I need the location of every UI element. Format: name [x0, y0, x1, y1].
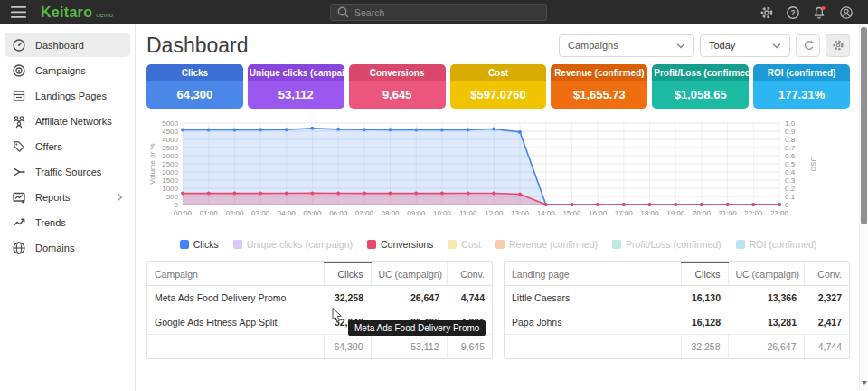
menu-icon[interactable]: [11, 6, 26, 18]
legend-item-profit-loss-confirmed[interactable]: Profit/Loss (confirmed): [612, 239, 722, 250]
sidebar-item-label: Affiliate Networks: [35, 116, 112, 127]
legend-item-revenue-confirmed[interactable]: Revenue (confirmed): [495, 239, 598, 250]
metric-card-cost[interactable]: Cost$597.0760: [450, 64, 547, 109]
search-input[interactable]: [354, 7, 540, 18]
svg-text:23:00: 23:00: [770, 209, 789, 217]
legend-item-roi-confirmed[interactable]: ROI (confirmed): [736, 239, 817, 250]
sidebar-item-dashboard[interactable]: Dashboard: [5, 33, 130, 57]
svg-text:13:00: 13:00: [511, 209, 530, 217]
svg-text:3500: 3500: [162, 144, 178, 152]
settings-gear-icon[interactable]: [760, 5, 774, 20]
chart-canvas: 0500100015002000250030003500400045005000…: [146, 114, 850, 234]
svg-text:05:00: 05:00: [303, 209, 322, 217]
column-header-conv[interactable]: Conv.: [447, 262, 492, 286]
sidebar-item-label: Trends: [35, 217, 66, 228]
row-value-cell: 16,128: [681, 310, 728, 335]
legend-label: Cost: [461, 239, 481, 250]
total-cell: 64,300: [324, 335, 371, 359]
svg-text:00:00: 00:00: [174, 209, 193, 217]
svg-text:15:00: 15:00: [562, 209, 581, 217]
metric-card-profit-loss-confirmed[interactable]: Profit/Loss (confirmed)$1,058.65: [652, 64, 749, 109]
svg-text:1500: 1500: [162, 176, 178, 185]
dashboard-icon: [12, 38, 26, 52]
legend-item-clicks[interactable]: Clicks: [180, 239, 219, 250]
row-name-cell: Papa Johns: [505, 310, 681, 335]
campaigns-filter-select[interactable]: Campaigns: [559, 34, 694, 57]
metric-card-conversions[interactable]: Conversions9,645: [349, 64, 446, 109]
column-header-conv[interactable]: Conv.: [804, 262, 849, 286]
legend-swatch: [448, 240, 457, 249]
chart-legend: ClicksUnique clicks (campaign)Conversion…: [146, 239, 850, 250]
sidebar-item-landings-pages[interactable]: Landings Pages: [5, 83, 130, 108]
topbar: Keitaro demo ?: [0, 0, 868, 24]
svg-text:0.5: 0.5: [785, 160, 796, 168]
sidebar-item-label: Reports: [35, 192, 71, 203]
total-cell: [147, 335, 324, 359]
svg-text:1000: 1000: [162, 185, 178, 193]
totals-row: 64,30053,1129,645: [147, 335, 492, 359]
svg-text:17:00: 17:00: [615, 209, 634, 217]
svg-text:0: 0: [175, 201, 179, 209]
table-row[interactable]: Little Caesars16,13013,3662,327: [505, 286, 849, 310]
column-header-clicks[interactable]: Clicks: [681, 262, 728, 286]
scrollbar-thumb[interactable]: [861, 27, 867, 224]
search-box[interactable]: [330, 4, 547, 21]
column-header-campaign[interactable]: Campaign: [147, 262, 324, 286]
landings-icon: [12, 89, 26, 103]
column-header-uc-campaign[interactable]: UC (campaign): [728, 262, 804, 286]
user-account-icon[interactable]: [839, 5, 854, 20]
row-tooltip: Meta Ads Food Delivery Promo: [348, 320, 486, 336]
campaigns-filter-value: Campaigns: [568, 40, 618, 51]
notifications-bell-icon[interactable]: [812, 5, 827, 20]
metric-label: Cost: [450, 64, 547, 81]
refresh-button[interactable]: [796, 34, 820, 57]
sidebar-item-reports[interactable]: Reports: [5, 185, 130, 209]
sidebar-item-domains[interactable]: Domains: [5, 235, 130, 260]
metric-value: $1,655.73: [551, 81, 647, 109]
svg-text:2500: 2500: [162, 160, 178, 168]
scrollbar[interactable]: [859, 24, 868, 391]
table-row[interactable]: Meta Ads Food Delivery Promo32,25826,647…: [147, 286, 492, 310]
legend-item-conversions[interactable]: Conversions: [367, 239, 433, 250]
svg-text:Volume or %: Volume or %: [148, 143, 156, 184]
row-value-cell: 13,366: [728, 286, 804, 310]
dashboard-settings-button[interactable]: [826, 34, 850, 57]
metric-card-clicks[interactable]: Clicks64,300: [146, 64, 243, 109]
metric-card-unique-clicks-campaign[interactable]: Unique clicks (campaign)53,112: [248, 64, 344, 109]
row-value-cell: 4,744: [447, 286, 492, 310]
search-icon: [337, 6, 349, 18]
date-range-select[interactable]: Today: [700, 34, 790, 57]
total-cell: 32,258: [681, 335, 728, 359]
metric-value: 53,112: [248, 81, 344, 109]
metric-card-roi-confirmed[interactable]: ROI (confirmed)177.31%: [753, 64, 850, 109]
chevron-down-icon: [772, 43, 781, 49]
legend-swatch: [180, 240, 189, 249]
sidebar-item-trends[interactable]: Trends: [5, 210, 130, 234]
legend-swatch: [367, 240, 376, 249]
scroll-down-arrow-icon[interactable]: [861, 373, 868, 389]
chevron-down-icon: [676, 43, 685, 49]
legend-item-cost[interactable]: Cost: [448, 239, 481, 250]
svg-text:0.1: 0.1: [785, 193, 796, 201]
column-header-clicks[interactable]: Clicks: [324, 262, 371, 286]
mouse-cursor: [332, 308, 344, 323]
table-row[interactable]: Papa Johns16,12813,2812,417: [505, 310, 849, 335]
help-icon[interactable]: ?: [786, 5, 800, 20]
sidebar-item-label: Domains: [35, 243, 74, 253]
metric-card-revenue-confirmed[interactable]: Revenue (confirmed)$1,655.73: [551, 64, 647, 109]
legend-item-unique-clicks-campaign[interactable]: Unique clicks (campaign): [233, 239, 353, 250]
sidebar-item-label: Dashboard: [35, 40, 84, 51]
traffic-chart: 0500100015002000250030003500400045005000…: [146, 114, 850, 237]
svg-text:01:00: 01:00: [200, 209, 219, 217]
metric-value: 64,300: [146, 81, 243, 109]
sidebar-item-affiliate-networks[interactable]: Affiliate Networks: [5, 109, 130, 133]
sidebar-item-traffic-sources[interactable]: Traffic Sources: [5, 159, 130, 184]
sidebar-item-campaigns[interactable]: Campaigns: [5, 58, 130, 82]
sidebar-item-offers[interactable]: Offers: [5, 134, 130, 158]
metric-value: $1,058.65: [652, 81, 749, 109]
app-logo[interactable]: Keitaro demo: [41, 5, 113, 21]
column-header-landing-page[interactable]: Landing page: [505, 262, 681, 286]
sidebar: DashboardCampaignsLandings PagesAffiliat…: [0, 24, 136, 391]
svg-text:0: 0: [785, 201, 789, 209]
column-header-uc-campaign[interactable]: UC (campaign): [371, 262, 447, 286]
